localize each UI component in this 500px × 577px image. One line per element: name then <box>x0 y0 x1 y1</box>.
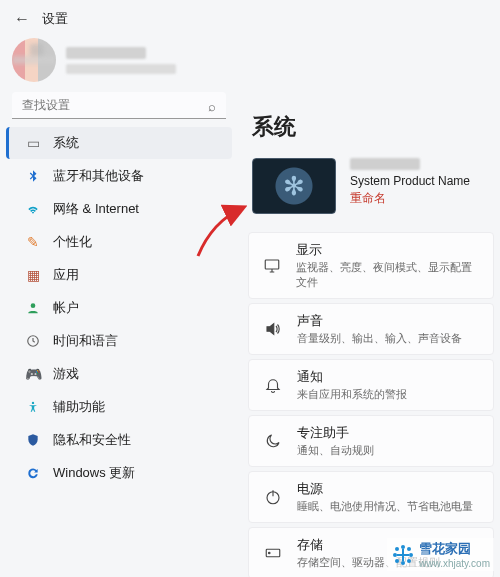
bell-icon <box>263 376 283 394</box>
setting-desc: 音量级别、输出、输入、声音设备 <box>297 331 462 346</box>
clock-icon <box>25 333 41 349</box>
sidebar-item-label: Windows 更新 <box>53 464 135 482</box>
svg-point-15 <box>407 547 411 551</box>
avatar <box>12 38 56 82</box>
moon-icon <box>263 432 283 450</box>
search-icon: ⌕ <box>208 98 216 113</box>
watermark-url: www.xhjaty.com <box>419 558 490 569</box>
setting-power[interactable]: 电源 睡眠、电池使用情况、节省电池电量 <box>248 471 494 523</box>
apps-icon: ▦ <box>25 267 41 283</box>
device-name-blur <box>350 158 420 170</box>
svg-point-6 <box>269 552 271 554</box>
sidebar-item-update[interactable]: Windows 更新 <box>6 457 232 489</box>
main-panel: 系统 System Product Name 重命名 显示 监视器、亮度、夜间模… <box>238 92 500 577</box>
storage-icon <box>263 544 283 562</box>
sidebar-item-personalization[interactable]: ✎ 个性化 <box>6 226 232 258</box>
sidebar-item-label: 隐私和安全性 <box>53 431 131 449</box>
main-title: 系统 <box>252 112 500 142</box>
sidebar-item-accounts[interactable]: 帐户 <box>6 292 232 324</box>
setting-title: 专注助手 <box>297 424 374 442</box>
setting-sound[interactable]: 声音 音量级别、输出、输入、声音设备 <box>248 303 494 355</box>
setting-focus[interactable]: 专注助手 通知、自动规则 <box>248 415 494 467</box>
sidebar: ⌕ ▭ 系统 蓝牙和其他设备 网络 & Internet ✎ 个性化 <box>0 92 238 577</box>
person-icon <box>25 300 41 316</box>
sidebar-item-accessibility[interactable]: 辅助功能 <box>6 391 232 423</box>
setting-desc: 来自应用和系统的警报 <box>297 387 407 402</box>
setting-desc: 通知、自动规则 <box>297 443 374 458</box>
sidebar-item-system[interactable]: ▭ 系统 <box>6 127 232 159</box>
svg-point-10 <box>401 545 405 549</box>
svg-point-13 <box>409 553 413 557</box>
svg-point-12 <box>393 553 397 557</box>
brush-icon: ✎ <box>25 234 41 250</box>
svg-point-14 <box>395 547 399 551</box>
setting-title: 通知 <box>297 368 407 386</box>
page-title: 设置 <box>42 10 68 28</box>
power-icon <box>263 488 283 506</box>
bluetooth-icon <box>25 168 41 184</box>
user-profile[interactable] <box>12 38 488 82</box>
sidebar-item-bluetooth[interactable]: 蓝牙和其他设备 <box>6 160 232 192</box>
sidebar-item-label: 时间和语言 <box>53 332 118 350</box>
device-thumbnail <box>252 158 336 214</box>
svg-point-16 <box>395 559 399 563</box>
sidebar-item-privacy[interactable]: 隐私和安全性 <box>6 424 232 456</box>
game-icon: 🎮 <box>25 366 41 382</box>
sidebar-item-label: 辅助功能 <box>53 398 105 416</box>
setting-notifications[interactable]: 通知 来自应用和系统的警报 <box>248 359 494 411</box>
sidebar-item-label: 应用 <box>53 266 79 284</box>
svg-point-2 <box>32 402 34 404</box>
search-input[interactable] <box>12 92 226 119</box>
setting-desc: 监视器、亮度、夜间模式、显示配置文件 <box>296 260 481 290</box>
svg-rect-19 <box>397 554 409 556</box>
back-button[interactable]: ← <box>14 10 30 28</box>
watermark: 雪花家园 www.xhjaty.com <box>387 538 494 571</box>
svg-point-11 <box>401 561 405 565</box>
system-icon: ▭ <box>25 135 41 151</box>
user-email-blur <box>66 64 176 74</box>
sidebar-item-label: 网络 & Internet <box>53 200 139 218</box>
svg-point-0 <box>31 303 36 308</box>
sidebar-item-label: 游戏 <box>53 365 79 383</box>
setting-title: 电源 <box>297 480 473 498</box>
watermark-name: 雪花家园 <box>419 541 471 556</box>
sidebar-item-time[interactable]: 时间和语言 <box>6 325 232 357</box>
sidebar-item-label: 系统 <box>53 134 79 152</box>
sidebar-item-label: 帐户 <box>53 299 79 317</box>
setting-desc: 睡眠、电池使用情况、节省电池电量 <box>297 499 473 514</box>
sidebar-item-gaming[interactable]: 🎮 游戏 <box>6 358 232 390</box>
device-product: System Product Name <box>350 174 470 188</box>
setting-title: 显示 <box>296 241 481 259</box>
rename-link[interactable]: 重命名 <box>350 190 386 207</box>
user-name-blur <box>66 47 146 59</box>
sidebar-item-apps[interactable]: ▦ 应用 <box>6 259 232 291</box>
svg-rect-3 <box>266 260 280 269</box>
svg-point-17 <box>407 559 411 563</box>
snowflake-logo-icon <box>391 543 415 567</box>
monitor-icon <box>263 257 282 275</box>
setting-display[interactable]: 显示 监视器、亮度、夜间模式、显示配置文件 <box>248 232 494 299</box>
update-icon <box>25 465 41 481</box>
setting-title: 声音 <box>297 312 462 330</box>
sidebar-item-label: 个性化 <box>53 233 92 251</box>
sidebar-item-network[interactable]: 网络 & Internet <box>6 193 232 225</box>
wifi-icon <box>25 201 41 217</box>
accessibility-icon <box>25 399 41 415</box>
shield-icon <box>25 432 41 448</box>
device-card[interactable]: System Product Name 重命名 <box>252 158 490 214</box>
sidebar-item-label: 蓝牙和其他设备 <box>53 167 144 185</box>
sound-icon <box>263 320 283 338</box>
